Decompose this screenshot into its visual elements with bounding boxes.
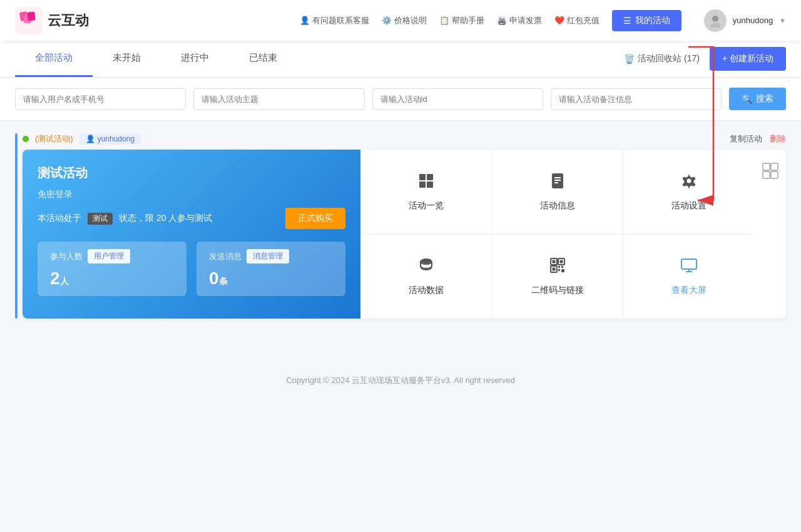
svg-point-5 [710,23,720,28]
tab-not-started[interactable]: 未开始 [93,41,161,77]
qr-icon [549,257,566,279]
status-dot [23,136,29,142]
nav-recharge[interactable]: ❤️ 红包充值 [554,15,599,26]
user-manage-button[interactable]: 用户管理 [88,249,130,263]
svg-rect-27 [681,259,696,269]
svg-rect-18 [552,260,555,263]
nav-links: 👤 有问题联系客服 ⚙️ 价格说明 📋 帮助手册 🖨️ 申请发票 ❤️ 红包充值… [300,9,786,32]
svg-rect-26 [561,269,564,272]
svg-point-16 [421,258,432,263]
user-area[interactable]: yunhudong ▼ [704,9,786,32]
svg-rect-22 [552,268,555,271]
action-settings-label: 活动设置 [671,200,707,212]
svg-rect-9 [427,182,433,188]
card-stats: 参与人数 用户管理 2人 发送消息 消息管理 0条 [38,242,345,296]
search-area: 🔍 搜索 [0,78,801,121]
my-activity-button[interactable]: ☰ 我的活动 [612,10,681,31]
test-badge: 测试 [88,213,113,225]
action-qrcode[interactable]: 二维码与链接 [492,234,624,319]
trash-icon: 🗑️ [624,54,635,64]
content: (测试活动) 👤 yunhudong 复制活动 删除 测试活动 免密登录 本活动… [0,121,801,331]
action-qrcode-label: 二维码与链接 [531,285,584,296]
svg-rect-8 [419,182,426,188]
action-info-label: 活动信息 [540,200,575,212]
username-label: yunhudong [733,16,773,25]
nav-support[interactable]: 👤 有问题联系客服 [300,15,369,26]
activity-section: (测试活动) 👤 yunhudong 复制活动 删除 测试活动 免密登录 本活动… [15,133,786,319]
database-icon [417,257,435,279]
search-user-input[interactable] [15,88,186,110]
support-icon: 👤 [300,16,310,25]
svg-point-15 [687,178,691,183]
doc-icon [549,172,566,194]
card-right: 活动一览 活动信息 [360,150,755,319]
panel-view-icon[interactable] [762,162,779,183]
nav-invoice[interactable]: 🖨️ 申请发票 [497,15,542,26]
footer: Copyright © 2024 云互动现场互动服务平台v3. All righ… [0,356,801,405]
svg-rect-7 [427,174,433,180]
action-screen-label: 查看大屏 [671,285,707,296]
tabs-right: 🗑️ 活动回收站 (17) + 创建新活动 [624,47,786,71]
search-theme-input[interactable] [193,88,364,110]
svg-rect-25 [558,269,560,271]
svg-rect-3 [27,11,35,21]
card-title: 测试活动 [38,165,345,182]
svg-rect-31 [771,163,778,170]
gear-icon [680,172,698,194]
svg-rect-30 [763,163,770,170]
help-icon: 📋 [439,16,449,25]
right-panel [755,150,786,319]
action-activity-info[interactable]: 活动信息 [492,150,624,234]
activity-tag[interactable]: (测试活动) [35,133,73,145]
stat-messages-value: 0条 [209,269,333,289]
grid-icon [417,172,435,194]
svg-rect-6 [419,174,426,180]
logo-icon [15,7,43,34]
action-activity-list[interactable]: 活动一览 [361,150,492,234]
logo-text: 云互动 [48,11,89,30]
activity-card: 测试活动 免密登录 本活动处于 测试 状态，限 20 人参与测试 正式购买 参与… [23,150,786,319]
action-list-label: 活动一览 [409,200,444,212]
card-left: 测试活动 免密登录 本活动处于 测试 状态，限 20 人参与测试 正式购买 参与… [23,150,360,319]
activity-actions: 复制活动 删除 [730,133,786,145]
dropdown-icon: ▼ [779,17,786,24]
avatar [704,9,727,32]
nav-help[interactable]: 📋 帮助手册 [439,15,484,26]
screen-icon [680,257,698,279]
create-activity-button[interactable]: + 创建新活动 [710,47,786,71]
nav-pricing[interactable]: ⚙️ 价格说明 [382,15,427,26]
search-icon: 🔍 [742,94,752,104]
activity-meta: (测试活动) 👤 yunhudong 复制活动 删除 [23,133,786,145]
svg-rect-32 [763,171,770,178]
action-data-label: 活动数据 [409,285,444,296]
action-activity-data[interactable]: 活动数据 [361,234,492,319]
stat-participants-label: 参与人数 用户管理 [50,249,174,263]
svg-rect-23 [558,266,560,268]
recharge-icon: ❤️ [554,16,564,25]
stat-messages-label: 发送消息 消息管理 [209,249,333,263]
svg-rect-24 [561,266,563,268]
recycle-button[interactable]: 🗑️ 活动回收站 (17) [624,53,700,64]
invoice-icon: 🖨️ [497,16,507,25]
action-activity-settings[interactable]: 活动设置 [623,150,755,234]
search-button[interactable]: 🔍 搜索 [729,88,786,110]
stat-participants-value: 2人 [50,269,174,289]
svg-rect-20 [559,260,563,263]
svg-point-4 [712,16,718,22]
copy-activity-button[interactable]: 复制活动 [730,133,762,145]
tab-in-progress[interactable]: 进行中 [161,41,229,77]
delete-button[interactable]: 删除 [770,133,786,145]
message-manage-button[interactable]: 消息管理 [247,249,289,263]
card-status-row: 本活动处于 测试 状态，限 20 人参与测试 正式购买 [38,208,345,229]
buy-button[interactable]: 正式购买 [285,208,345,229]
tab-ended[interactable]: 已结束 [229,41,297,77]
my-activity-icon: ☰ [623,16,631,26]
action-view-screen[interactable]: 查看大屏 [623,234,755,319]
svg-rect-33 [771,171,778,178]
search-note-input[interactable] [551,88,722,110]
header: 云互动 👤 有问题联系客服 ⚙️ 价格说明 📋 帮助手册 🖨️ 申请发票 ❤️ … [0,0,801,41]
tabs: 全部活动 未开始 进行中 已结束 [15,41,624,77]
tab-all[interactable]: 全部活动 [15,41,93,77]
logo[interactable]: 云互动 [15,7,89,34]
search-id-input[interactable] [372,88,543,110]
